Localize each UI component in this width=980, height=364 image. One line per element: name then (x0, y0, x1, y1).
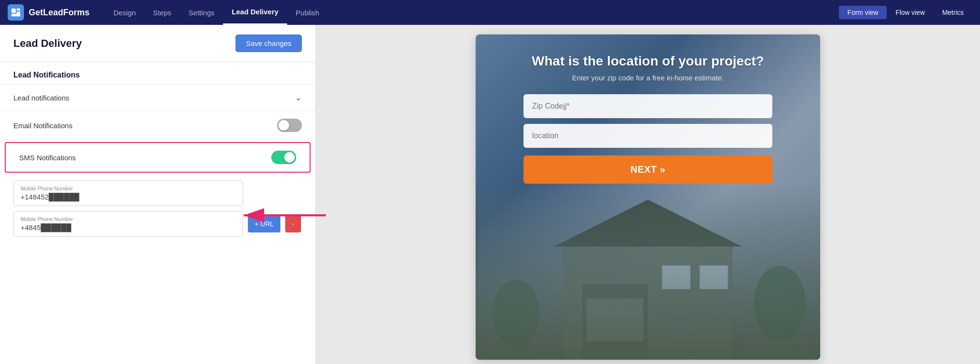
panel-header: Lead Delivery Save changes (0, 25, 315, 62)
email-notifications-toggle[interactable] (277, 119, 302, 132)
next-button[interactable]: NEXT » (523, 155, 772, 184)
svg-rect-3 (11, 14, 20, 17)
nav-design[interactable]: Design (105, 0, 145, 25)
logo-area[interactable]: GetLeadForms (8, 4, 89, 21)
svg-rect-1 (17, 9, 20, 11)
right-panel: What is the location of your project? En… (316, 25, 980, 364)
nav-right-buttons: Form view Flow view Metrics (839, 6, 972, 19)
form-preview: What is the location of your project? En… (476, 34, 820, 360)
email-notifications-label: Email Notifications (13, 121, 72, 130)
flow-view-button[interactable]: Flow view (887, 6, 933, 19)
svg-rect-0 (11, 9, 16, 13)
page-title: Lead Delivery (13, 37, 82, 50)
chevron-down-icon[interactable]: ⌄ (295, 92, 302, 103)
nav-links: Design Steps Settings Lead Delivery Publ… (105, 0, 839, 25)
form-subheading: Enter your zip code for a free in-home e… (572, 74, 724, 82)
save-changes-button[interactable]: Save changes (235, 34, 302, 52)
sms-notifications-toggle[interactable] (271, 151, 296, 164)
main-layout: Lead Delivery Save changes Lead Notifica… (0, 25, 980, 364)
form-view-button[interactable]: Form view (839, 6, 887, 19)
phone-field-1-value: +148452██████ (21, 193, 236, 201)
phone-field-2-label: Mobile Phone Number (21, 216, 236, 222)
metrics-button[interactable]: Metrics (934, 6, 972, 19)
form-heading: What is the location of your project? (532, 54, 764, 69)
left-panel: Lead Delivery Save changes Lead Notifica… (0, 25, 316, 364)
phone-field-2-value: +4845██████ (21, 223, 236, 232)
lead-notifications-label: Lead notifications (13, 94, 69, 102)
nav-publish[interactable]: Publish (287, 0, 328, 25)
zip-code-input[interactable] (523, 94, 772, 118)
form-content: What is the location of your project? En… (476, 34, 820, 360)
lead-notifications-row: Lead notifications ⌄ (0, 85, 315, 111)
add-url-button[interactable]: + URL (248, 215, 280, 232)
sms-notifications-label: SMS Notifications (19, 154, 76, 162)
phone-field-1-label: Mobile Phone Number (21, 186, 236, 191)
phone-field-1[interactable]: Mobile Phone Number +148452██████ (13, 180, 243, 206)
top-navigation: GetLeadForms Design Steps Settings Lead … (0, 0, 980, 25)
nav-settings[interactable]: Settings (180, 0, 223, 25)
phone-row-with-actions: Mobile Phone Number +4845██████ + URL - (13, 211, 302, 237)
delete-phone-button[interactable]: - (285, 215, 301, 232)
email-notifications-row: Email Notifications (0, 111, 315, 140)
nav-lead-delivery[interactable]: Lead Delivery (223, 0, 287, 25)
phone-fields-container: Mobile Phone Number +148452██████ Mobile… (0, 175, 315, 243)
sms-notifications-row: SMS Notifications (5, 142, 311, 173)
section-title: Lead Notifications (0, 62, 315, 85)
phone-field-2[interactable]: Mobile Phone Number +4845██████ (13, 211, 243, 237)
logo-icon (8, 4, 24, 21)
nav-steps[interactable]: Steps (145, 0, 180, 25)
location-input[interactable] (523, 124, 772, 148)
logo-text: GetLeadForms (29, 8, 89, 18)
svg-rect-2 (17, 11, 20, 14)
